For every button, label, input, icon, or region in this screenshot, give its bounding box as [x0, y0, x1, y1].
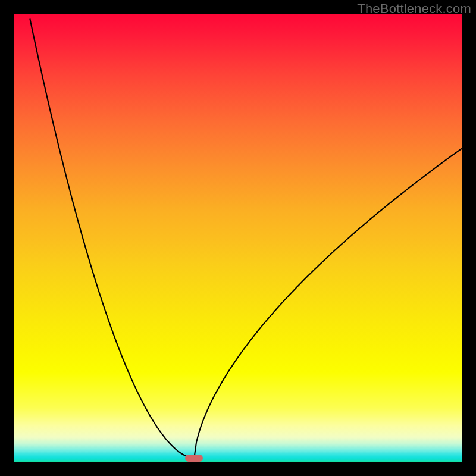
plot-area	[14, 14, 462, 462]
watermark-text: TheBottleneck.com	[357, 1, 471, 17]
left-branch-curve	[30, 19, 194, 458]
minimum-marker	[185, 455, 203, 462]
right-branch-curve	[194, 149, 462, 458]
chart-svg	[14, 14, 462, 462]
